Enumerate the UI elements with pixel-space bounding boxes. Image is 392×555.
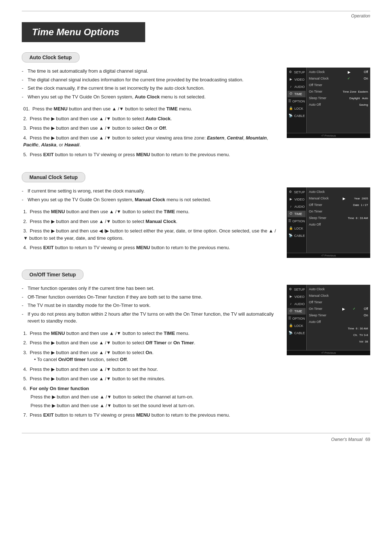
tv-main: Auto Clock▶Off Manual Clock✓On Off Timer… bbox=[307, 68, 370, 133]
auto-clock-bullets: The time is set automatically from a dig… bbox=[22, 68, 279, 100]
tv-bottom-bar: ⏎ Previous bbox=[287, 350, 370, 355]
list-item: 7. Press EXIT button to return to TV vie… bbox=[22, 412, 279, 419]
tv-row: Auto Clock bbox=[309, 286, 368, 292]
list-item: 01. Press the MENU button and then use ▲… bbox=[22, 105, 279, 113]
tv-sidebar-item: 📡CABLE bbox=[287, 330, 306, 336]
tv-row: Manual Clock▶Year 2005 bbox=[309, 195, 368, 201]
list-item: 3. Press the ▶ button and then use ▲ /▼ … bbox=[22, 125, 279, 132]
list-item: Timer function operates only if the curr… bbox=[22, 285, 279, 292]
tv-row: Time 6 : 30 AM bbox=[309, 325, 368, 331]
footer-label: Owner's Manual bbox=[331, 437, 362, 442]
list-item: The digital channel signal includes info… bbox=[22, 76, 279, 84]
list-item: 1. Press the MENU button and then use ▲ … bbox=[22, 208, 279, 215]
list-item: 2. Press the ▶ button and then use ▲ /▼ … bbox=[22, 218, 279, 225]
list-item: 2. Press the ▶ button and then use ▲ /▼ … bbox=[22, 115, 279, 122]
onoff-timer-text: Timer function operates only if the curr… bbox=[22, 285, 279, 421]
page: Operation Time Menu Options Auto Clock S… bbox=[0, 0, 392, 555]
list-item: 3. Press the ▶ button and then use ▲ /▼ … bbox=[22, 349, 279, 363]
tv-row: On Timer▶✓Off bbox=[309, 306, 368, 312]
list-item: 3. Press the ▶ button and then use ◀ /▶ … bbox=[22, 227, 279, 242]
section-label: Operation bbox=[22, 13, 370, 19]
audio-icon: ♪ bbox=[288, 85, 293, 89]
list-item: Off-Timer function overrides On-Timer fu… bbox=[22, 293, 279, 301]
auto-clock-steps: 01. Press the MENU button and then use ▲… bbox=[22, 105, 279, 158]
tv-sidebar-item-time: ⏱TIME bbox=[287, 308, 306, 315]
list-item: The time is set automatically from a dig… bbox=[22, 68, 279, 75]
onoff-timer-screen: ⚙SETUP ▶VIDEO ♪AUDIO ⏱TIME ☰OPTION 🔒LOCK… bbox=[287, 285, 370, 355]
list-item: 5. Press EXIT button to return to TV vie… bbox=[22, 151, 279, 158]
tv-sidebar-item: 📡CABLE bbox=[287, 113, 306, 119]
tv-row: Manual Clock✓On bbox=[309, 76, 368, 81]
audio-icon: ♪ bbox=[288, 302, 293, 306]
tv-sidebar-item: ☰OPTION bbox=[287, 218, 306, 224]
list-item: 5. Press the ▶ button and then use ▲ /▼ … bbox=[22, 375, 279, 382]
tv-row: On Timer bbox=[309, 208, 368, 214]
manual-clock-section: Manual Clock Setup If current time setti… bbox=[22, 172, 370, 258]
tv-sidebar-item: ♪AUDIO bbox=[287, 84, 306, 90]
setup-icon: ⚙ bbox=[288, 70, 293, 74]
audio-icon: ♪ bbox=[288, 204, 293, 209]
manual-clock-text: If current time setting is wrong, reset … bbox=[22, 187, 279, 254]
tv-row: Vol 38 bbox=[309, 339, 368, 344]
setup-icon: ⚙ bbox=[288, 190, 293, 194]
tv-sidebar-item: 🔒LOCK bbox=[287, 105, 306, 112]
option-icon: ☰ bbox=[288, 99, 291, 104]
manual-clock-content: If current time setting is wrong, reset … bbox=[22, 187, 370, 258]
tv-row: Sleep TimerDaylight Auto bbox=[309, 95, 368, 101]
tv-row: Auto Clock bbox=[309, 189, 368, 195]
tv-sidebar-item: ♪AUDIO bbox=[287, 301, 306, 307]
tv-row: Auto Off bbox=[309, 319, 368, 325]
setup-icon: ⚙ bbox=[288, 287, 293, 292]
auto-clock-text: The time is set automatically from a dig… bbox=[22, 68, 279, 161]
cable-icon: 📡 bbox=[288, 114, 293, 118]
tv-sidebar-item-time: ⏱TIME bbox=[287, 211, 306, 217]
page-number: 69 bbox=[366, 437, 370, 442]
tv-sidebar-item: 🔒LOCK bbox=[287, 323, 306, 329]
video-icon: ▶ bbox=[288, 197, 293, 202]
onoff-timer-header: On/Off Timer Setup bbox=[22, 270, 83, 280]
list-item: 4. Press the ▶ button and then use ▲ /▼ … bbox=[22, 366, 279, 373]
tv-row: Sleep TimerOn bbox=[309, 312, 368, 318]
page-title: Time Menu Options bbox=[22, 22, 145, 42]
tv-sidebar-item: ⚙SETUP bbox=[287, 69, 306, 76]
tv-row: Auto Off bbox=[309, 222, 368, 227]
list-item: 1. Press the MENU button and then use ▲ … bbox=[22, 330, 279, 337]
tv-row: Ch. TV 3-8 bbox=[309, 332, 368, 338]
tv-row: Sleep TimerTime 8 : 33 AM bbox=[309, 215, 368, 221]
time-icon: ⏱ bbox=[288, 309, 293, 313]
lock-icon: 🔒 bbox=[288, 324, 293, 328]
tv-row: Off Timer bbox=[309, 82, 368, 88]
tv-sidebar-item: 🔒LOCK bbox=[287, 225, 306, 232]
manual-clock-steps: 1. Press the MENU button and then use ▲ … bbox=[22, 208, 279, 251]
video-icon: ▶ bbox=[288, 77, 293, 82]
cable-icon: 📡 bbox=[288, 234, 293, 238]
auto-clock-section: Auto Clock Setup The time is set automat… bbox=[22, 52, 370, 161]
list-item: 4. Press EXIT button to return to TV vie… bbox=[22, 244, 279, 251]
tv-sidebar: ⚙SETUP ▶VIDEO ♪AUDIO ⏱TIME ☰OPTION 🔒LOCK… bbox=[287, 285, 307, 350]
sub-steps: Press the ▶ button and then use ▲ /▼ but… bbox=[23, 393, 279, 409]
tv-sidebar-item: ☰OPTION bbox=[287, 98, 306, 105]
list-item: 4. Press the ▶ button and then use ▲ /▼ … bbox=[22, 134, 279, 149]
list-item: 6. For only On timer function Press the … bbox=[22, 385, 279, 409]
tv-sidebar-item: ▶VIDEO bbox=[287, 76, 306, 83]
sub-bullet: To cancel On/Off timer function, select … bbox=[23, 356, 279, 363]
onoff-timer-bullets: Timer function operates only if the curr… bbox=[22, 285, 279, 325]
tv-sidebar-item: ☰OPTION bbox=[287, 315, 306, 322]
tv-sidebar: ⚙SETUP ▶VIDEO ♪AUDIO ⏱TIME ☰OPTION 🔒LOCK… bbox=[287, 187, 307, 253]
list-item: When you set up the TV Guide On Screen s… bbox=[22, 196, 279, 203]
lock-icon: 🔒 bbox=[288, 226, 293, 231]
tv-sidebar-item: ⚙SETUP bbox=[287, 189, 306, 195]
list-item: If you do not press any button within 2 … bbox=[22, 311, 279, 325]
video-icon: ▶ bbox=[288, 295, 293, 299]
list-item: When you set up the TV Guide On Screen s… bbox=[22, 93, 279, 101]
tv-main: Auto Clock Manual Clock Off Timer On Tim… bbox=[307, 285, 370, 350]
tv-bottom-bar: ⏎ Previous bbox=[287, 133, 370, 138]
auto-clock-header: Auto Clock Setup bbox=[22, 52, 79, 62]
time-icon: ⏱ bbox=[288, 212, 293, 216]
tv-bottom-bar: ⏎ Previous bbox=[287, 253, 370, 258]
list-item: The TV must be in standby mode for the O… bbox=[22, 302, 279, 309]
tv-sidebar-item: ▶VIDEO bbox=[287, 293, 306, 300]
manual-clock-bullets: If current time setting is wrong, reset … bbox=[22, 187, 279, 203]
tv-sidebar-item: 📡CABLE bbox=[287, 232, 306, 239]
tv-sidebar-item: ▶VIDEO bbox=[287, 196, 306, 203]
